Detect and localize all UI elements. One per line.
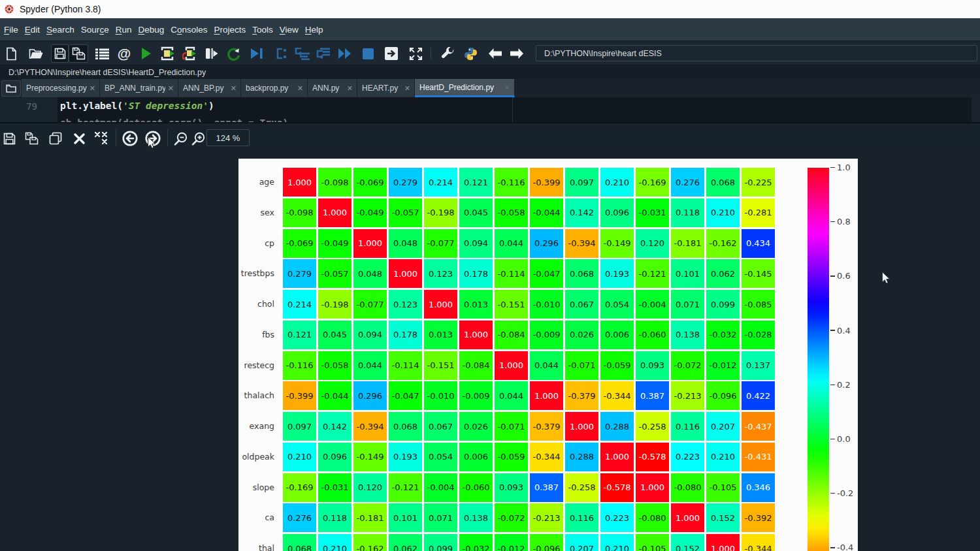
tab-close-icon[interactable]: ✕	[404, 84, 410, 93]
menu-item-tools[interactable]: Tools	[249, 19, 276, 40]
outline-list-icon	[95, 48, 109, 59]
zoom-out-button[interactable]	[172, 131, 188, 146]
heatmap-cell: 0.296	[530, 229, 563, 258]
tab-ann-py[interactable]: ANN.py✕	[308, 79, 357, 97]
run-selection-button[interactable]	[204, 46, 220, 61]
heatmap-cell: 0.387	[636, 381, 669, 410]
heatmap-cell: -0.012	[706, 351, 740, 380]
file-path-bar: D:\PYTHON\Inspire\heart dESIS\HeartD_Pre…	[0, 65, 980, 79]
tab-preprocessing-py[interactable]: Preprocessing.py✕	[22, 79, 100, 97]
colorbar-tick-mark	[830, 547, 835, 548]
heatmap-cell: -0.145	[742, 259, 775, 288]
save-plot-button[interactable]	[1, 131, 17, 146]
tab-close-icon[interactable]: ✕	[504, 84, 510, 92]
heatmap-cell: 0.044	[495, 229, 528, 258]
editor-scrollbar[interactable]	[972, 97, 980, 122]
fullscreen-button[interactable]	[408, 46, 423, 61]
heatmap-cell: -0.057	[389, 198, 422, 227]
heatmap-cell: -0.084	[495, 321, 528, 349]
step-run-line-button[interactable]	[274, 46, 290, 61]
mouse-cursor-2	[879, 271, 894, 285]
colorbar-tick-label: 1.0	[837, 163, 851, 172]
tab-close-icon[interactable]: ✕	[231, 84, 237, 93]
heatmap-row-label: slope	[238, 482, 274, 492]
run-file-button[interactable]	[139, 46, 154, 61]
zoom-out-icon	[174, 132, 188, 146]
remove-plot-button[interactable]	[71, 131, 87, 146]
menu-item-projects[interactable]: Projects	[211, 19, 250, 40]
save-all-plots-button[interactable]	[24, 131, 39, 146]
browse-tabs-button[interactable]	[1, 80, 21, 97]
tab-heart-py[interactable]: HEART.py✕	[357, 79, 415, 97]
heatmap-cell: -0.031	[636, 198, 669, 227]
new-file-icon	[5, 47, 18, 61]
heatmap-cell: 0.094	[353, 321, 387, 349]
open-file-button[interactable]	[28, 46, 44, 61]
python-path-button[interactable]	[463, 46, 478, 61]
heatmap-cell: 0.048	[353, 259, 387, 288]
zoom-level-box[interactable]: 124 %	[206, 129, 250, 146]
tab-close-icon[interactable]: ✕	[168, 84, 174, 93]
run-cell-advance-button[interactable]	[182, 46, 197, 61]
continue-execution-button[interactable]	[337, 46, 353, 61]
debug-file-button[interactable]	[249, 46, 265, 61]
colorbar-tick-mark	[830, 276, 835, 277]
heatmap-cell: 0.207	[706, 412, 740, 441]
heatmap-cell: 0.288	[600, 412, 634, 441]
step-return-button[interactable]	[314, 46, 330, 61]
menu-item-debug[interactable]: Debug	[135, 19, 167, 40]
code-editor[interactable]: 79 plt.ylabel('ST depression') sb.heatma…	[0, 97, 980, 122]
tab-backprop-py[interactable]: backprop.py✕	[241, 79, 308, 97]
heatmap-cell: 0.121	[459, 168, 493, 197]
remove-all-plots-button[interactable]	[93, 131, 109, 146]
heatmap-cell: -0.105	[636, 534, 669, 551]
menu-item-edit[interactable]: Edit	[22, 19, 43, 40]
heatmap-cell: 0.137	[742, 351, 775, 380]
tab-close-icon[interactable]: ✕	[347, 84, 353, 93]
heatmap-cell: -0.149	[600, 229, 634, 258]
heatmap-cell: -0.072	[495, 503, 528, 532]
save-file-button[interactable]	[51, 44, 69, 63]
heatmap-cell: 0.068	[389, 412, 422, 441]
copy-plot-button[interactable]	[48, 131, 63, 146]
run-cell-button[interactable]	[160, 46, 176, 61]
tab-bp-ann-train-py[interactable]: BP_ANN_train.py✕	[100, 79, 178, 97]
tab-heartd-prediction-py[interactable]: HeartD_Prediction.py✕	[415, 79, 515, 97]
step-into-icon	[295, 48, 310, 60]
heatmap-cell: -0.105	[706, 473, 740, 502]
find-symbols-button[interactable]: @	[116, 46, 132, 61]
preferences-button[interactable]	[440, 46, 455, 61]
menu-item-view[interactable]: View	[276, 19, 302, 40]
step-into-button[interactable]	[294, 46, 310, 61]
previous-plot-icon	[122, 131, 138, 146]
tab-close-icon[interactable]: ✕	[297, 84, 303, 93]
heatmap-cell: 0.214	[283, 290, 316, 319]
save-all-button[interactable]	[69, 44, 88, 63]
menu-item-consoles[interactable]: Consoles	[167, 19, 210, 40]
heatmap-cell: 0.138	[671, 321, 704, 349]
tab-close-icon[interactable]: ✕	[90, 84, 95, 93]
maximize-pane-button[interactable]	[384, 46, 399, 61]
menu-item-source[interactable]: Source	[78, 19, 112, 40]
working-directory-combobox[interactable]: D:\PYTHON\Inspire\heart dESIS	[536, 45, 977, 61]
editor-gutter: 79	[0, 97, 57, 122]
tab-ann-bp-py[interactable]: ANN_BP.py✕	[178, 79, 241, 97]
menu-item-search[interactable]: Search	[43, 19, 78, 40]
heatmap-cell: -0.057	[318, 259, 351, 288]
previous-plot-button[interactable]	[122, 131, 138, 146]
menu-item-run[interactable]: Run	[112, 19, 135, 40]
stop-debugging-button[interactable]	[360, 46, 376, 61]
heatmap-cell: 0.045	[318, 321, 351, 349]
forward-button[interactable]	[509, 46, 525, 61]
menu-item-file[interactable]: File	[1, 19, 22, 40]
heatmap-cell: 0.013	[459, 290, 493, 319]
outline-explorer-button[interactable]	[94, 46, 110, 61]
heatmap-cell: 0.422	[742, 381, 775, 410]
new-file-button[interactable]	[3, 46, 19, 61]
re-run-cell-button[interactable]	[225, 46, 241, 61]
heatmap-cell: -0.069	[283, 229, 316, 258]
toolbar-separator	[431, 48, 431, 59]
menu-item-help[interactable]: Help	[302, 19, 327, 40]
zoom-in-button[interactable]	[190, 131, 206, 146]
back-button[interactable]	[487, 46, 502, 61]
